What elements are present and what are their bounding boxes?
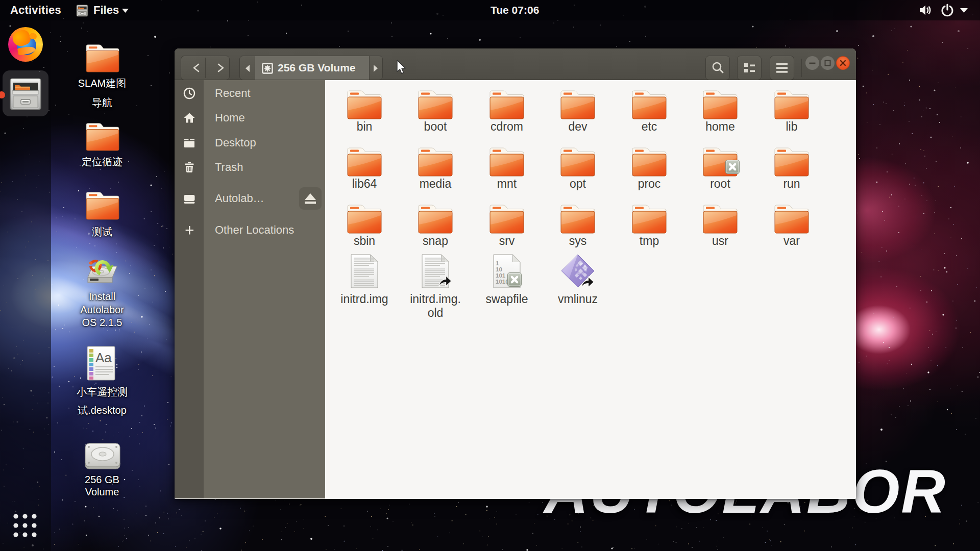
svg-text:Aa: Aa — [95, 350, 112, 365]
svg-text:101: 101 — [496, 272, 506, 279]
svg-text:1: 1 — [496, 260, 499, 266]
svg-text:10: 10 — [496, 266, 502, 272]
svg-text:1010: 1010 — [496, 279, 509, 285]
